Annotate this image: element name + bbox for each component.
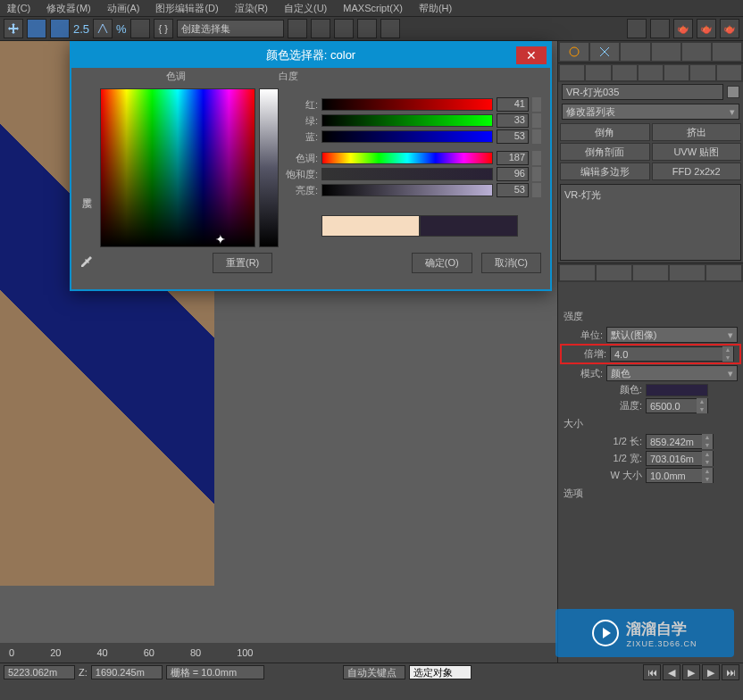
subtab-4[interactable] xyxy=(639,65,663,80)
hue-label: 色调 xyxy=(98,68,254,85)
modifier-stack[interactable]: VR-灯光 xyxy=(560,184,741,261)
blue-slider[interactable] xyxy=(321,130,493,143)
ok-button[interactable]: 确定(O) xyxy=(412,253,472,273)
light-color-swatch[interactable] xyxy=(646,384,708,396)
x-coord[interactable]: 5223.062m xyxy=(4,665,75,679)
time-ruler[interactable]: 0 20 40 60 80 100 xyxy=(0,643,557,662)
subtab-7[interactable] xyxy=(717,65,741,80)
green-spinner[interactable] xyxy=(532,113,541,128)
create-tab-icon[interactable] xyxy=(560,43,589,61)
mirror-icon[interactable] xyxy=(288,19,307,38)
spinner-icon[interactable] xyxy=(130,19,150,38)
sat-slider[interactable] xyxy=(321,168,493,180)
val-slider[interactable] xyxy=(321,184,493,196)
red-slider[interactable] xyxy=(321,98,493,111)
prev-frame-icon[interactable]: ◀ xyxy=(663,664,680,680)
unit-dropdown[interactable]: 默认(图像) xyxy=(606,327,738,343)
utilities-tab-icon[interactable] xyxy=(713,43,741,61)
val-value[interactable]: 53 xyxy=(497,183,529,197)
layers-icon[interactable] xyxy=(334,19,354,38)
blue-spinner[interactable] xyxy=(532,129,541,144)
subtab-3[interactable] xyxy=(613,65,637,80)
hue-spinner[interactable] xyxy=(532,151,541,165)
stack-config-icon[interactable] xyxy=(706,265,741,280)
menu-help[interactable]: 帮助(H) xyxy=(419,2,452,15)
play-icon[interactable]: ▶ xyxy=(682,664,700,680)
mod-edit-poly[interactable]: 编辑多边形 xyxy=(560,162,650,180)
link-tool-icon[interactable] xyxy=(27,19,46,38)
temperature-spinner[interactable]: 6500.0▲▼ xyxy=(646,398,708,413)
stack-show-icon[interactable] xyxy=(597,265,631,280)
goto-end-icon[interactable]: ⏭ xyxy=(722,664,739,680)
reset-button[interactable]: 重置(R) xyxy=(213,253,272,273)
val-spinner[interactable] xyxy=(532,183,541,197)
hue-slider[interactable] xyxy=(321,152,493,164)
menu-custom[interactable]: 自定义(U) xyxy=(284,2,327,15)
selection-set-combo[interactable]: 创建选择集 xyxy=(177,20,284,38)
hue-value[interactable]: 187 xyxy=(497,151,529,165)
motion-tab-icon[interactable] xyxy=(652,43,680,61)
subtab-5[interactable] xyxy=(664,65,689,80)
modify-tab-icon[interactable] xyxy=(590,43,619,61)
hue-slider-label: 色调: xyxy=(284,152,318,165)
menu-render[interactable]: 渲染(R) xyxy=(235,2,268,15)
menu-modifier[interactable]: 修改器(M) xyxy=(46,2,91,15)
green-slider[interactable] xyxy=(321,114,493,127)
schematic-icon[interactable] xyxy=(357,19,377,38)
object-color-swatch[interactable] xyxy=(727,86,739,98)
hierarchy-tab-icon[interactable] xyxy=(621,43,649,61)
object-name-input[interactable] xyxy=(562,84,723,100)
modifier-list-dropdown[interactable]: 修改器列表 xyxy=(562,104,739,120)
half-length-spinner[interactable]: 859.242m▲▼ xyxy=(646,434,714,449)
selected-dropdown[interactable]: 选定对象 xyxy=(409,665,472,679)
mod-ffd[interactable]: FFD 2x2x2 xyxy=(652,162,742,180)
teapot-icon-1[interactable]: 🫖 xyxy=(673,19,693,38)
sub-tab-row xyxy=(558,62,743,82)
stack-pin-icon[interactable] xyxy=(560,265,595,280)
multiplier-spinner[interactable]: 4.0▲▼ xyxy=(610,346,734,362)
half-width-spinner[interactable]: 703.016m▲▼ xyxy=(646,451,714,466)
subtab-2[interactable] xyxy=(586,65,610,80)
cancel-button[interactable]: 取消(C) xyxy=(481,253,541,273)
teapot-icon-2[interactable]: 🫖 xyxy=(697,19,716,38)
blue-value[interactable]: 53 xyxy=(497,129,529,144)
mode-dropdown[interactable]: 颜色 xyxy=(606,365,738,381)
bracket-icon[interactable]: { } xyxy=(154,19,173,38)
unlink-tool-icon[interactable] xyxy=(50,19,70,38)
whiteness-strip[interactable] xyxy=(259,88,279,247)
autokey-button[interactable]: 自动关键点 xyxy=(343,665,405,679)
close-button[interactable]: ✕ xyxy=(516,46,547,64)
w-size-spinner[interactable]: 10.0mm▲▼ xyxy=(646,468,714,483)
move-tool-icon[interactable] xyxy=(4,19,23,38)
mod-uvw[interactable]: UVW 贴图 xyxy=(652,143,742,161)
red-value[interactable]: 41 xyxy=(497,97,529,112)
mod-bevel[interactable]: 倒角 xyxy=(560,123,650,141)
mod-bevel-profile[interactable]: 倒角剖面 xyxy=(560,143,650,161)
material-icon[interactable] xyxy=(380,19,400,38)
menu-animation[interactable]: 动画(A) xyxy=(107,2,140,15)
subtab-6[interactable] xyxy=(690,65,714,80)
red-spinner[interactable] xyxy=(532,97,541,112)
sat-spinner[interactable] xyxy=(532,167,541,181)
mod-extrude[interactable]: 挤出 xyxy=(652,123,742,141)
render-setup-icon[interactable] xyxy=(650,19,670,38)
dialog-titlebar[interactable]: 颜色选择器: color ✕ xyxy=(71,43,550,68)
next-frame-icon[interactable]: ▶ xyxy=(702,664,720,680)
eyedropper-icon[interactable] xyxy=(80,255,96,271)
color-field[interactable]: ✦ xyxy=(100,88,255,247)
menu-create[interactable]: 建(C) xyxy=(7,2,30,15)
teapot-icon-3[interactable]: 🫖 xyxy=(720,19,739,38)
align-icon[interactable] xyxy=(311,19,330,38)
sat-value[interactable]: 96 xyxy=(497,167,529,181)
goto-start-icon[interactable]: ⏮ xyxy=(643,664,661,680)
menu-graph[interactable]: 图形编辑器(D) xyxy=(155,2,218,15)
display-tab-icon[interactable] xyxy=(682,43,711,61)
subtab-1[interactable] xyxy=(560,65,584,80)
stack-unique-icon[interactable] xyxy=(633,265,668,280)
menu-maxscript[interactable]: MAXScript(X) xyxy=(343,3,403,13)
green-value[interactable]: 33 xyxy=(497,113,529,128)
angle-snap-icon[interactable] xyxy=(93,19,113,38)
render-icon[interactable] xyxy=(627,19,647,38)
stack-remove-icon[interactable] xyxy=(670,265,705,280)
z-coord[interactable]: 1690.245m xyxy=(91,665,163,679)
